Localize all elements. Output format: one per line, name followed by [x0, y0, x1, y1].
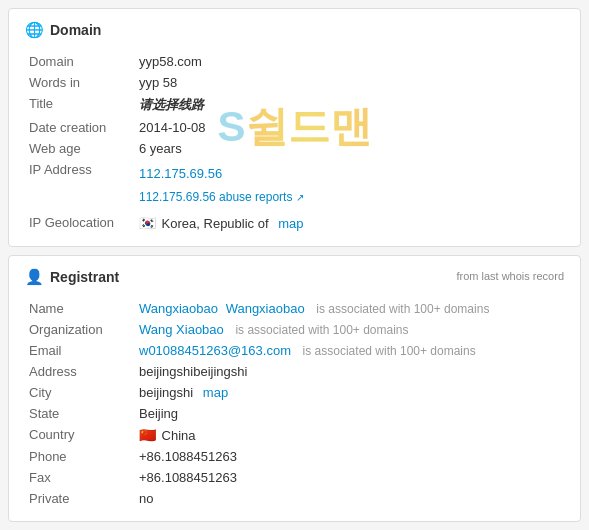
korea-flag: 🇰🇷 [139, 215, 156, 231]
table-row: Web age 6 years [25, 138, 564, 159]
value-date-creation: 2014-10-08 [135, 117, 564, 138]
value-email: w01088451263@163.com is associated with … [135, 340, 564, 361]
label-ip-address: IP Address [25, 159, 135, 212]
value-ip-geolocation: 🇰🇷 Korea, Republic of map [135, 212, 564, 234]
label-phone: Phone [25, 446, 135, 467]
value-words-in: yyp 58 [135, 72, 564, 93]
table-row-geo: IP Geolocation 🇰🇷 Korea, Republic of map [25, 212, 564, 234]
table-row: Fax +86.1088451263 [25, 467, 564, 488]
label-date-creation: Date creation [25, 117, 135, 138]
label-domain: Domain [25, 51, 135, 72]
label-address: Address [25, 361, 135, 382]
value-domain: yyp58.com [135, 51, 564, 72]
from-whois-label: from last whois record [456, 270, 564, 282]
name-assoc: is associated with 100+ domains [316, 302, 489, 316]
table-row: Words in yyp 58 [25, 72, 564, 93]
table-row: State Beijing [25, 403, 564, 424]
domain-card: 🌐 Domain Domain yyp58.com Words in yyp 5… [8, 8, 581, 247]
person-icon: 👤 [25, 268, 44, 286]
value-ip-address: 112.175.69.56 112.175.69.56 abuse report… [135, 159, 564, 212]
registrant-info-table: Name Wangxiaobao Wangxiaobao is associat… [25, 298, 564, 509]
name-link-2[interactable]: Wangxiaobao [226, 301, 305, 316]
email-link[interactable]: w01088451263@163.com [139, 343, 291, 358]
globe-icon: 🌐 [25, 21, 44, 39]
table-row: Phone +86.1088451263 [25, 446, 564, 467]
label-title: Title [25, 93, 135, 117]
table-row: City beijingshi map [25, 382, 564, 403]
label-organization: Organization [25, 319, 135, 340]
label-email: Email [25, 340, 135, 361]
external-icon: ↗ [296, 192, 304, 203]
label-city: City [25, 382, 135, 403]
value-country: 🇨🇳 China [135, 424, 564, 446]
value-private: no [135, 488, 564, 509]
value-web-age: 6 years [135, 138, 564, 159]
table-row: Organization Wang Xiaobao is associated … [25, 319, 564, 340]
table-row: Private no [25, 488, 564, 509]
value-state: Beijing [135, 403, 564, 424]
value-phone: +86.1088451263 [135, 446, 564, 467]
value-address: beijingshibeijingshi [135, 361, 564, 382]
table-row: Address beijingshibeijingshi [25, 361, 564, 382]
label-ip-geolocation: IP Geolocation [25, 212, 135, 234]
name-link-1[interactable]: Wangxiaobao [139, 301, 218, 316]
label-private: Private [25, 488, 135, 509]
org-link[interactable]: Wang Xiaobao [139, 322, 224, 337]
city-map-link[interactable]: map [203, 385, 228, 400]
value-fax: +86.1088451263 [135, 467, 564, 488]
domain-info-table: Domain yyp58.com Words in yyp 58 Title 请… [25, 51, 564, 234]
domain-card-title: 🌐 Domain [25, 21, 564, 39]
ip-link-1[interactable]: 112.175.69.56 [139, 166, 222, 181]
value-organization: Wang Xiaobao is associated with 100+ dom… [135, 319, 564, 340]
label-country: Country [25, 424, 135, 446]
table-row-ip: IP Address 112.175.69.56 112.175.69.56 a… [25, 159, 564, 212]
label-state: State [25, 403, 135, 424]
email-assoc: is associated with 100+ domains [303, 344, 476, 358]
registrant-card: 👤 Registrant from last whois record Name… [8, 255, 581, 522]
value-title: 请选择线路 [135, 93, 564, 117]
label-name: Name [25, 298, 135, 319]
geo-map-link[interactable]: map [278, 216, 303, 231]
value-name: Wangxiaobao Wangxiaobao is associated wi… [135, 298, 564, 319]
china-flag: 🇨🇳 [139, 427, 156, 443]
label-fax: Fax [25, 467, 135, 488]
table-row: Domain yyp58.com [25, 51, 564, 72]
table-row: Date creation 2014-10-08 [25, 117, 564, 138]
table-row: Title 请选择线路 [25, 93, 564, 117]
table-row: Country 🇨🇳 China [25, 424, 564, 446]
table-row: Email w01088451263@163.com is associated… [25, 340, 564, 361]
value-city: beijingshi map [135, 382, 564, 403]
label-words-in: Words in [25, 72, 135, 93]
org-assoc: is associated with 100+ domains [235, 323, 408, 337]
ip-abuse-link[interactable]: 112.175.69.56 abuse reports ↗ [139, 190, 304, 204]
label-web-age: Web age [25, 138, 135, 159]
table-row: Name Wangxiaobao Wangxiaobao is associat… [25, 298, 564, 319]
